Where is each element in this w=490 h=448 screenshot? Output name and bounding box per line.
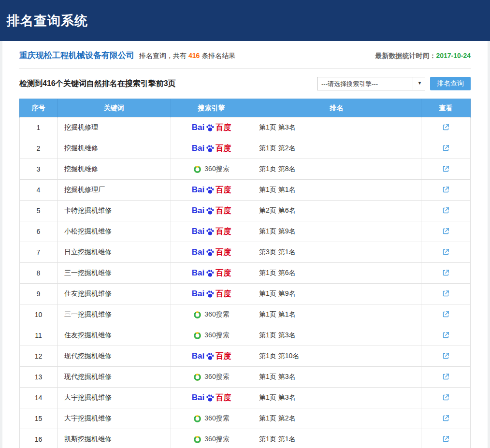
rank-cell: 第1页 第10名 bbox=[252, 346, 421, 367]
baidu-logo-text-du: 百度 bbox=[216, 144, 231, 154]
view-cell bbox=[421, 408, 471, 429]
engine-cell: Bai 百度 bbox=[171, 221, 252, 242]
so360-logo: 360搜索 bbox=[193, 310, 229, 319]
baidu-logo-text-bai: Bai bbox=[192, 289, 204, 299]
view-link-icon[interactable] bbox=[441, 330, 451, 340]
baidu-paw-icon bbox=[205, 144, 215, 153]
engine-cell: Bai 百度 bbox=[171, 304, 252, 325]
baidu-paw-icon bbox=[205, 269, 215, 278]
rank-cell: 第1页 第3名 bbox=[252, 117, 421, 138]
keyword-cell: 大宇挖掘机维修 bbox=[58, 408, 171, 429]
view-cell bbox=[421, 138, 471, 159]
col-header-no: 序号 bbox=[20, 99, 58, 117]
engine-select-wrap: ---请选择搜索引擎--- bbox=[317, 77, 425, 90]
engine-cell: Bai 百度 bbox=[171, 201, 252, 221]
view-link-icon[interactable] bbox=[441, 164, 451, 174]
baidu-logo: Bai 百度 bbox=[192, 268, 231, 278]
toolbar-controls: ---请选择搜索引擎--- 排名查询 bbox=[317, 77, 471, 90]
keyword-cell: 住友挖掘机维修 bbox=[58, 325, 171, 346]
row-index: 9 bbox=[20, 284, 58, 304]
so360-logo-text: 360搜索 bbox=[204, 331, 229, 340]
view-link-icon[interactable] bbox=[441, 247, 451, 257]
view-link-icon[interactable] bbox=[441, 413, 451, 423]
engine-select[interactable]: ---请选择搜索引擎--- bbox=[317, 77, 425, 90]
summary-suffix: 条排名结果 bbox=[202, 52, 235, 60]
baidu-logo: Bai 百度 bbox=[192, 289, 231, 299]
view-link-icon[interactable] bbox=[441, 122, 451, 132]
view-cell bbox=[421, 429, 471, 448]
view-link-icon[interactable] bbox=[441, 372, 451, 382]
keyword-cell: 大宇挖掘机维修 bbox=[58, 388, 171, 408]
view-link-icon[interactable] bbox=[441, 185, 451, 195]
table-row: 6 小松挖掘机维修 Bai 百度 bbox=[20, 221, 471, 242]
baidu-logo-text-bai: Bai bbox=[192, 227, 204, 236]
baidu-logo-text-bai: Bai bbox=[192, 393, 204, 403]
rank-cell: 第1页 第2名 bbox=[252, 138, 421, 159]
table-row: 5 卡特挖掘机维修 Bai 百度 bbox=[20, 201, 471, 221]
rank-cell: 第1页 第3名 bbox=[252, 325, 421, 346]
keyword-cell: 小松挖掘机维修 bbox=[58, 221, 171, 242]
view-link-icon[interactable] bbox=[441, 392, 451, 403]
table-row: 11 住友挖掘机维修 Bai 百度 bbox=[20, 325, 471, 346]
row-index: 3 bbox=[20, 159, 58, 180]
so360-logo: 360搜索 bbox=[193, 435, 229, 444]
baidu-logo-text-bai: Bai bbox=[192, 144, 204, 153]
view-link-icon[interactable] bbox=[441, 205, 451, 216]
baidu-logo-text-bai: Bai bbox=[192, 268, 204, 278]
so360-circle-icon bbox=[193, 165, 202, 173]
view-link-icon[interactable] bbox=[441, 434, 451, 444]
table-row: 10 三一挖掘机维修 Bai 百度 bbox=[20, 304, 471, 325]
keyword-cell: 挖掘机维修 bbox=[58, 159, 171, 180]
keyword-cell: 三一挖掘机维修 bbox=[58, 304, 171, 325]
view-cell bbox=[421, 159, 471, 180]
table-row: 12 现代挖掘机维修 Bai 百度 bbox=[20, 346, 471, 367]
keyword-cell: 挖掘机修理厂 bbox=[58, 180, 171, 201]
so360-circle-icon bbox=[193, 311, 202, 319]
baidu-logo-text-bai: Bai bbox=[192, 351, 204, 361]
rank-query-button[interactable]: 排名查询 bbox=[430, 77, 471, 90]
view-link-icon[interactable] bbox=[441, 268, 451, 278]
baidu-logo-text-du: 百度 bbox=[216, 185, 231, 195]
view-link-icon[interactable] bbox=[441, 351, 451, 361]
view-link-icon[interactable] bbox=[441, 143, 451, 153]
rank-cell: 第1页 第9名 bbox=[252, 221, 421, 242]
rank-cell: 第3页 第1名 bbox=[252, 242, 421, 263]
engine-cell: Bai 百度 bbox=[171, 367, 252, 388]
toolbar: 检测到416个关键词自然排名在搜索引擎前3页 ---请选择搜索引擎--- 排名查… bbox=[19, 77, 471, 90]
so360-logo: 360搜索 bbox=[193, 331, 229, 340]
view-cell bbox=[421, 117, 471, 138]
baidu-logo: Bai 百度 bbox=[192, 247, 231, 258]
rank-cell: 第1页 第1名 bbox=[252, 180, 421, 201]
baidu-logo: Bai 百度 bbox=[192, 351, 231, 361]
baidu-logo-text-du: 百度 bbox=[216, 393, 231, 403]
summary-prefix: 排名查询，共有 bbox=[139, 52, 187, 60]
keyword-cell: 住友挖掘机维修 bbox=[58, 284, 171, 304]
baidu-paw-icon bbox=[205, 248, 215, 257]
so360-circle-icon bbox=[193, 415, 202, 423]
view-cell bbox=[421, 180, 471, 201]
baidu-logo-text-du: 百度 bbox=[216, 289, 231, 299]
company-name-link[interactable]: 重庆现松工程机械设备有限公司 bbox=[19, 50, 134, 61]
col-header-engine: 搜索引擎 bbox=[171, 99, 252, 117]
col-header-rank: 排名 bbox=[252, 99, 421, 117]
baidu-logo-text-bai: Bai bbox=[192, 247, 204, 257]
engine-cell: Bai 百度 bbox=[171, 408, 252, 429]
engine-cell: Bai 百度 bbox=[171, 159, 252, 180]
row-index: 7 bbox=[20, 242, 58, 263]
view-cell bbox=[421, 284, 471, 304]
row-index: 5 bbox=[20, 201, 58, 221]
view-cell bbox=[421, 304, 471, 325]
row-index: 12 bbox=[20, 346, 58, 367]
so360-circle-icon bbox=[193, 435, 202, 444]
so360-circle-icon bbox=[193, 332, 202, 340]
table-row: 13 现代挖掘机维修 Bai 百度 bbox=[20, 367, 471, 388]
stat-time: 最新数据统计时间：2017-10-24 bbox=[375, 52, 471, 60]
rank-cell: 第1页 第8名 bbox=[252, 159, 421, 180]
baidu-logo: Bai 百度 bbox=[192, 393, 231, 403]
view-link-icon[interactable] bbox=[441, 289, 451, 299]
view-cell bbox=[421, 242, 471, 263]
so360-logo-text: 360搜索 bbox=[204, 435, 229, 444]
view-link-icon[interactable] bbox=[441, 309, 451, 319]
view-link-icon[interactable] bbox=[441, 226, 451, 236]
ranking-table: 序号 关键词 搜索引擎 排名 查看 1 挖掘机修理 Bai bbox=[19, 99, 471, 448]
